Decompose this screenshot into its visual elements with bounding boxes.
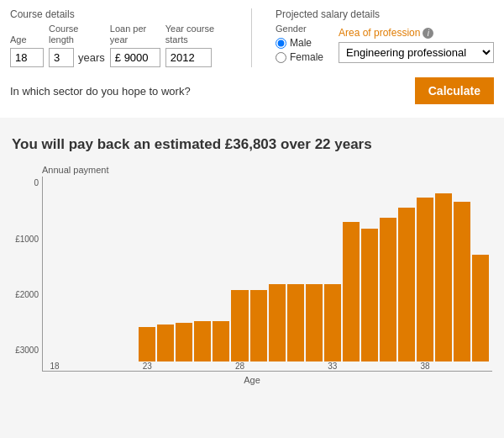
area-profession-label: Area of profession	[339, 27, 420, 39]
age-label: Age	[10, 34, 44, 45]
x-label-23	[472, 361, 489, 371]
age-input[interactable]	[10, 48, 44, 67]
info-icon[interactable]: i	[423, 28, 433, 39]
bar-10	[231, 290, 248, 362]
bar-7	[176, 323, 192, 361]
years-unit-label: years	[78, 51, 105, 67]
x-label-1	[65, 361, 81, 371]
x-label-4	[120, 361, 137, 371]
x-label-12	[269, 361, 286, 371]
y-tick-1: £2000	[12, 290, 39, 299]
bar-6	[157, 325, 174, 361]
loan-label: Loan per year	[110, 24, 160, 45]
bar-20	[417, 198, 433, 362]
course-length-input[interactable]	[49, 48, 74, 67]
gender-male-label: Male	[290, 37, 312, 49]
x-label-13	[287, 361, 304, 371]
y-tick-3: 0	[12, 178, 39, 187]
x-label-2	[83, 361, 100, 371]
chart-y-label: Annual payment	[42, 165, 492, 175]
result-title: You will pay back an estimated £36,803 o…	[12, 136, 492, 153]
profession-select[interactable]: Engineering professional	[339, 42, 494, 63]
x-axis-title: Age	[12, 375, 492, 385]
bar-22	[454, 202, 470, 362]
gender-female-label: Female	[290, 51, 323, 63]
x-label-9	[213, 361, 229, 371]
loan-input[interactable]	[110, 48, 160, 67]
x-label-6	[157, 361, 174, 371]
bar-8	[194, 321, 211, 362]
x-label-15: 33	[324, 361, 341, 371]
projected-salary-label: Projected salary details	[276, 8, 494, 20]
year-starts-input[interactable]	[165, 48, 212, 67]
bar-19	[398, 208, 415, 361]
course-length-label: Course length	[49, 24, 105, 45]
x-label-0: 18	[46, 361, 63, 371]
y-axis: £3000 £2000 £1000 0	[12, 177, 42, 372]
x-axis-labels: 1823283338	[43, 361, 492, 371]
x-label-10: 28	[231, 361, 248, 371]
bar-23	[472, 255, 489, 361]
gender-female-radio[interactable]	[276, 52, 286, 63]
calculate-button[interactable]: Calculate	[415, 77, 494, 104]
chart-inner: 1823283338	[42, 177, 492, 372]
bar-17	[361, 229, 378, 362]
bar-11	[250, 290, 267, 362]
x-label-18	[380, 361, 396, 371]
bars-container	[43, 177, 492, 361]
bar-18	[380, 218, 396, 361]
x-label-3	[102, 361, 118, 371]
bar-15	[324, 284, 341, 362]
y-tick-0: £3000	[12, 346, 39, 355]
x-label-22	[454, 361, 470, 371]
sector-question: In which sector do you hope to work?	[10, 85, 191, 98]
x-label-19	[398, 361, 415, 371]
gender-label: Gender	[276, 24, 323, 34]
x-label-7	[176, 361, 192, 371]
course-details-label: Course details	[10, 8, 228, 20]
gender-male-radio[interactable]	[276, 38, 286, 49]
x-label-16	[343, 361, 360, 371]
bar-12	[269, 284, 286, 362]
year-starts-label: Year course starts	[165, 24, 228, 45]
x-label-5: 23	[139, 361, 155, 371]
bar-9	[213, 321, 229, 362]
bar-16	[343, 222, 360, 361]
y-tick-2: £1000	[12, 235, 39, 244]
bar-21	[435, 193, 452, 361]
bar-13	[287, 284, 304, 362]
x-label-17	[361, 361, 378, 371]
x-label-21	[435, 361, 452, 371]
bar-5	[139, 327, 155, 362]
x-label-14	[306, 361, 323, 371]
x-label-8	[194, 361, 211, 371]
x-label-20: 38	[417, 361, 433, 371]
x-label-11	[250, 361, 267, 371]
bar-14	[306, 284, 323, 362]
